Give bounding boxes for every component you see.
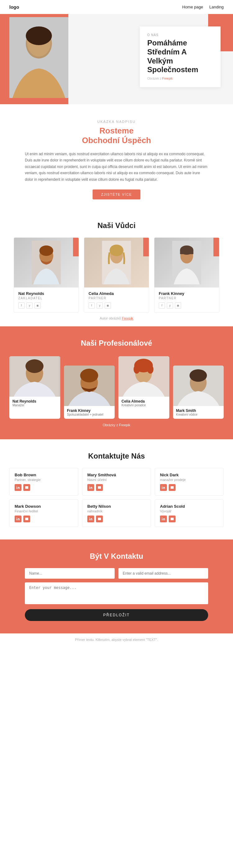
svg-point-27	[190, 369, 207, 382]
svg-rect-13	[180, 250, 194, 254]
logo: logo	[9, 4, 19, 10]
contact-name-4: Mark Dowson	[14, 504, 73, 509]
linkedin-icon-6[interactable]	[160, 516, 167, 522]
linkedin-icon-1[interactable]	[14, 484, 22, 491]
contact-role-3: manažer prodeje	[160, 478, 219, 482]
email-icon-1[interactable]	[23, 484, 30, 491]
leader-photo-3	[155, 238, 219, 287]
facebook-icon[interactable]: f	[18, 302, 25, 309]
instagram-icon[interactable]: ◉	[34, 302, 41, 309]
pro-name-4: Mark Smith	[176, 408, 221, 413]
hero-section: O NÁS Pomáháme Středním A Velkým Společn…	[0, 14, 233, 104]
leader-social-1: f y ◉	[18, 302, 74, 309]
linkedin-icon-3[interactable]	[160, 484, 167, 491]
contact-section: Kontaktujte Nás Bob Brown Partner, strat…	[0, 439, 233, 539]
leader-card-2: Celia Almeda PARTNER f y ◉	[84, 237, 149, 313]
contact-icons-1	[14, 484, 73, 491]
orange-bar-3	[213, 238, 219, 256]
rosteme-section: UKÁZKA NADPISU Rosteme Obchodní Úspěch U…	[0, 104, 233, 209]
leader-name-2: Celia Almeda	[89, 291, 144, 296]
twitter-icon[interactable]: y	[26, 302, 33, 309]
svg-point-24	[147, 365, 154, 374]
contact-icons-5	[87, 516, 146, 522]
svg-point-9	[110, 245, 124, 256]
leaders-section: Naši Vůdci Nat Reynolds ZAKLADATEL	[0, 209, 233, 327]
contact-role-4: Finanční ředitel	[14, 509, 73, 513]
pro-name-3: Celia Almeda	[122, 399, 166, 404]
submit-button[interactable]: PŘEDLOŽIT	[25, 609, 208, 621]
leader-info-2: Celia Almeda PARTNER f y ◉	[84, 287, 149, 312]
name-input[interactable]	[25, 568, 114, 579]
leader-card-3: Frank Kinney PARTNER f y ◉	[154, 237, 219, 313]
linkedin-icon-4[interactable]	[14, 516, 22, 522]
author-credit: Autor obrázků Freepik	[9, 316, 224, 320]
leader-social-2: f y ◉	[89, 302, 144, 309]
hero-label: O NÁS	[147, 33, 213, 37]
svg-point-23	[134, 365, 140, 374]
instagram-icon-2[interactable]: ◉	[105, 302, 111, 309]
pro-card-3: Celia Almeda Kreativní poradce	[119, 356, 169, 419]
contact-icons-3	[160, 484, 219, 491]
contact-grid: Bob Brown Partner, strategie Mary Smitho…	[9, 468, 224, 527]
leader-photo-1	[14, 238, 78, 287]
pro-role-3: Kreativní poradce	[122, 404, 166, 407]
nav-links: Home page Landing	[182, 5, 224, 9]
nav-home[interactable]: Home page	[182, 5, 203, 9]
leaders-title: Naši Vůdci	[9, 221, 224, 230]
twitter-icon-2[interactable]: y	[97, 302, 103, 309]
contact-title: Kontaktujte Nás	[9, 452, 224, 460]
leader-info-1: Nat Reynolds ZAKLADATEL f y ◉	[14, 287, 78, 312]
navbar: logo Home page Landing	[0, 0, 233, 14]
hero-photo	[9, 17, 68, 98]
leader-name-1: Nat Reynolds	[18, 291, 74, 296]
leader-card-1: Nat Reynolds ZAKLADATEL f y ◉	[14, 237, 79, 313]
email-icon-2[interactable]	[96, 484, 103, 491]
leader-name-3: Frank Kinney	[159, 291, 215, 296]
contact-card-3: Nick Dark manažer prodeje	[155, 468, 224, 496]
hero-credit: Obrázek z Freepik	[147, 77, 213, 80]
svg-point-6	[39, 245, 54, 256]
zjistete-vice-button[interactable]: ZJISTĚTE VÍCE	[93, 189, 141, 199]
svg-point-19	[80, 369, 98, 382]
pro-info-4: Mark Smith Kreativní vůdce	[173, 406, 224, 419]
contact-role-6: Vývojář	[160, 509, 219, 513]
facebook-icon-3[interactable]: f	[159, 302, 165, 309]
contact-role-1: Partner, strategie	[14, 478, 73, 482]
facebook-icon-2[interactable]: f	[89, 302, 95, 309]
contact-role-2: hlavní účetní	[87, 478, 146, 482]
pros-credit: Obrázky z Freepik	[9, 423, 224, 427]
email-icon-6[interactable]	[169, 516, 175, 522]
rosteme-title: Rosteme Obchodní Úspěch	[25, 126, 208, 145]
hero-title: Pomáháme Středním A Velkým Společnostem	[147, 38, 213, 74]
orange-bar	[73, 238, 78, 256]
email-icon-3[interactable]	[169, 484, 175, 491]
email-icon-5[interactable]	[96, 516, 103, 522]
hero-card: O NÁS Pomáháme Středním A Velkým Společn…	[140, 26, 221, 87]
twitter-icon-3[interactable]: y	[167, 302, 173, 309]
linkedin-icon-2[interactable]	[87, 484, 94, 491]
pro-photo-3	[119, 356, 169, 397]
leader-photo-2	[84, 238, 149, 287]
contact-role-5: náhradník	[87, 509, 146, 513]
pro-card-2: Frank Kinney Spoluzakladatel + jednatel	[64, 366, 115, 419]
leader-social-3: f y ◉	[159, 302, 215, 309]
nav-landing[interactable]: Landing	[209, 5, 224, 9]
email-icon-4[interactable]	[23, 516, 30, 522]
contact-card-4: Mark Dowson Finanční ředitel	[9, 499, 78, 527]
pro-role-2: Spoluzakladatel + jednatel	[67, 413, 112, 416]
pro-name-1: Nat Reynolds	[12, 399, 57, 404]
footer: Přímer textu. Kliknutím, abyste vybrat e…	[0, 633, 233, 646]
linkedin-icon-5[interactable]	[87, 516, 94, 522]
email-input[interactable]	[119, 568, 208, 579]
contact-name-2: Mary Smithová	[87, 472, 146, 477]
pro-card-1: Nat Reynolds Manažer	[9, 356, 60, 419]
form-section: Být V Kontaktu PŘEDLOŽIT	[0, 539, 233, 633]
message-input[interactable]	[25, 582, 208, 604]
contact-icons-4	[14, 516, 73, 522]
pro-role-1: Manažer	[12, 404, 57, 407]
pro-info-3: Celia Almeda Kreativní poradce	[119, 397, 169, 409]
svg-point-16	[26, 359, 43, 373]
contact-card-2: Mary Smithová hlavní účetní	[82, 468, 151, 496]
pro-card-4: Mark Smith Kreativní vůdce	[173, 366, 224, 419]
instagram-icon-3[interactable]: ◉	[175, 302, 181, 309]
